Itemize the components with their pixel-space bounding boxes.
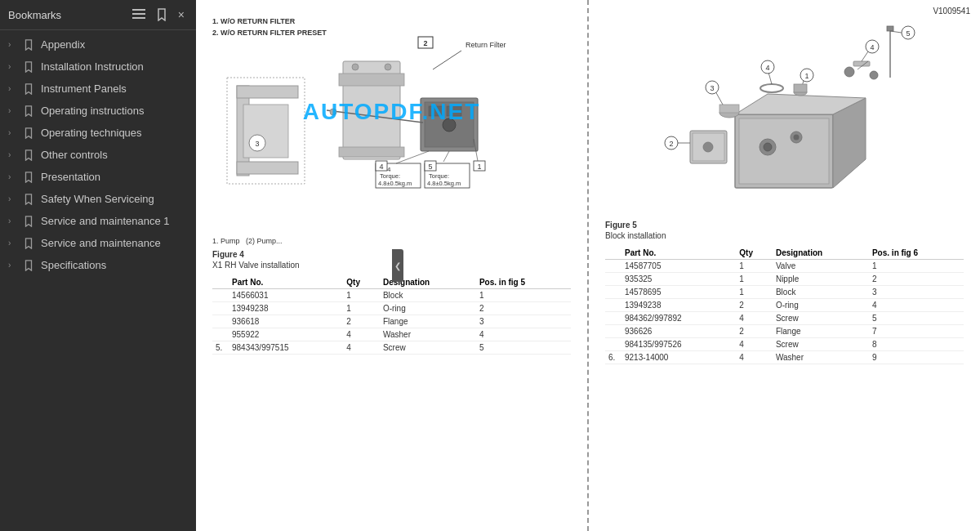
sidebar-item-label: Operating instructions <box>41 105 189 117</box>
row-pos <box>212 315 229 328</box>
svg-line-39 <box>443 151 449 162</box>
sidebar: Bookmarks × ›Appendix›Installation Instr… <box>0 0 196 531</box>
row-pos <box>605 299 621 312</box>
row-partno: 955922 <box>229 328 343 341</box>
row-pos <box>605 338 621 351</box>
row-designation: Block <box>380 289 476 302</box>
left-table-header-qty: Qty <box>343 276 380 289</box>
row-partno: 984343/997515 <box>229 341 343 355</box>
sidebar-item-label: Service and maintenance <box>41 237 189 249</box>
chevron-icon: › <box>8 239 18 248</box>
bookmark-icon <box>23 238 36 249</box>
sidebar-item-operating-instructions[interactable]: ›Operating instructions <box>0 100 196 122</box>
row-qty: 1 <box>343 289 380 302</box>
sidebar-item-presentation[interactable]: ›Presentation <box>0 166 196 188</box>
sidebar-item-label: Instrument Panels <box>41 83 189 95</box>
return-filter-label: Return Filter <box>466 41 506 49</box>
row-pos <box>212 302 229 315</box>
bookmark-icon <box>23 172 36 183</box>
svg-rect-9 <box>237 162 298 174</box>
row-designation: Block <box>773 286 869 299</box>
row-qty: 1 <box>736 260 773 273</box>
svg-text:3: 3 <box>255 140 259 148</box>
svg-point-20 <box>443 118 456 132</box>
right-table-header-pos: Pos. in fig 6 <box>869 247 964 260</box>
table-row: 955922 4 Washer 4 <box>212 328 571 341</box>
svg-rect-1 <box>132 13 145 15</box>
sidebar-bookmark-button[interactable] <box>154 7 170 23</box>
row-qty: 4 <box>343 328 380 341</box>
svg-point-17 <box>385 64 391 70</box>
table-row: 14578695 1 Block 3 <box>605 286 964 299</box>
row-partno: 14578695 <box>621 286 736 299</box>
row-qty: 4 <box>736 351 773 364</box>
sidebar-item-label: Operating techniques <box>41 127 189 139</box>
left-table-header-0 <box>212 276 229 289</box>
table-row: 14566031 1 Block 1 <box>212 289 571 302</box>
row-pos <box>605 286 621 299</box>
row-partno: 14566031 <box>229 289 343 302</box>
table-row: 13949238 1 O-ring 2 <box>212 302 571 315</box>
row-pos <box>212 328 229 341</box>
sidebar-menu-button[interactable] <box>129 7 149 22</box>
sidebar-item-service-and-maintenance-1[interactable]: ›Service and maintenance 1 <box>0 210 196 232</box>
svg-rect-15 <box>339 147 404 157</box>
sidebar-item-installation-instruction[interactable]: ›Installation Instruction <box>0 56 196 78</box>
chevron-icon: › <box>8 150 18 159</box>
svg-point-16 <box>352 64 359 70</box>
right-diagram-area: 1 2 3 <box>605 16 964 221</box>
row-qty: 1 <box>736 273 773 286</box>
sidebar-item-service-and-maintenance[interactable]: ›Service and maintenance <box>0 232 196 254</box>
right-table-header-qty: Qty <box>736 247 773 260</box>
svg-line-77 <box>890 31 902 33</box>
svg-point-56 <box>703 142 713 152</box>
sidebar-item-label: Installation Instruction <box>41 60 189 73</box>
right-page-ref: V1009541 <box>933 7 970 16</box>
row-pos <box>605 325 621 338</box>
row-posfig: 5 <box>869 312 964 325</box>
row-designation: Washer <box>380 328 476 341</box>
figure5-sublabel: Block installation <box>605 231 964 240</box>
pump-text: 1. Pump (2) Pump... <box>212 237 571 245</box>
table-row: 936618 2 Flange 3 <box>212 315 571 328</box>
sidebar-item-operating-techniques[interactable]: ›Operating techniques <box>0 122 196 144</box>
row-qty: 4 <box>736 312 773 325</box>
sidebar-title: Bookmarks <box>8 9 61 21</box>
row-posfig: 3 <box>476 315 571 328</box>
right-table-header-partno: Part No. <box>621 247 736 260</box>
left-diagram-area: 1. W/O RETURN FILTER 2. W/O RETURN FILTE… <box>212 16 571 229</box>
row-posfig: 1 <box>476 289 571 302</box>
svg-rect-53 <box>794 84 807 92</box>
row-qty: 2 <box>736 299 773 312</box>
row-posfig: 9 <box>869 351 964 364</box>
sidebar-item-safety-when-serviceing[interactable]: ›Safety When Serviceing <box>0 188 196 210</box>
svg-text:4.8±0.5kg.m: 4.8±0.5kg.m <box>378 180 412 187</box>
table-row: 984135/997526 4 Screw 8 <box>605 338 964 351</box>
sidebar-close-button[interactable]: × <box>175 7 188 23</box>
chevron-icon: › <box>8 128 18 137</box>
bookmark-icon <box>23 61 36 73</box>
row-posfig: 3 <box>869 286 964 299</box>
sidebar-item-instrument-panels[interactable]: ›Instrument Panels <box>0 78 196 100</box>
svg-rect-42 <box>739 118 829 184</box>
sidebar-item-other-controls[interactable]: ›Other controls <box>0 144 196 166</box>
sidebar-item-label: Specifications <box>41 259 189 271</box>
row-designation: Valve <box>773 260 869 273</box>
row-posfig: 7 <box>869 325 964 338</box>
bookmark-icon <box>23 105 36 117</box>
svg-text:Torque:: Torque: <box>429 172 449 180</box>
collapse-handle[interactable]: ❮ <box>392 249 403 282</box>
row-designation: Screw <box>380 341 476 355</box>
chevron-icon: › <box>8 172 18 181</box>
row-designation: Screw <box>773 338 869 351</box>
sidebar-item-specifications[interactable]: ›Specifications <box>0 254 196 276</box>
chevron-icon: › <box>8 216 18 225</box>
row-partno: 14587705 <box>621 260 736 273</box>
table-row: 5. 984343/997515 4 Screw 5 <box>212 341 571 355</box>
row-designation: Flange <box>380 315 476 328</box>
sidebar-item-appendix[interactable]: ›Appendix <box>0 33 196 56</box>
svg-text:3: 3 <box>710 84 714 92</box>
sidebar-toolbar: × <box>129 7 188 23</box>
left-diagram-svg: Return Filter 2 3 <box>212 33 564 204</box>
right-parts-table: Part No. Qty Designation Pos. in fig 6 1… <box>605 247 964 364</box>
